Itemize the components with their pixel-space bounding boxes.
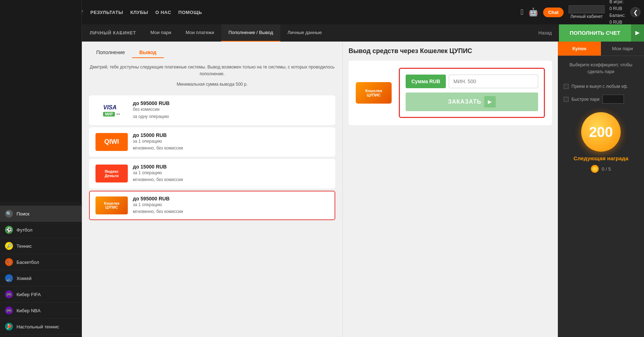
tab-personal-data[interactable]: Личные данные	[280, 24, 329, 42]
search-icon: 🔍	[5, 210, 13, 218]
tab-my-bets[interactable]: Мои пари	[143, 24, 178, 42]
tab-withdraw[interactable]: Вывод	[132, 47, 164, 58]
koshelek-card: КошелекЦУПИС Сумма RUB ЗАКАЗАТЬ ►	[349, 61, 552, 125]
mastercard-text: ●●	[116, 112, 120, 116]
sidebar-item-tennis[interactable]: 🎾 Теннис	[0, 238, 82, 254]
tab-deposit[interactable]: Пополнение	[89, 47, 132, 58]
chat-button[interactable]: Chat	[543, 8, 564, 17]
reward-coin-small-icon: 🪙	[591, 165, 599, 173]
balance-ingame-value: 0 RUB	[610, 5, 625, 12]
nav-arrow-button[interactable]: ❮	[630, 7, 640, 17]
deposit-button[interactable]: ПОПОЛНИТЬ СЧЕТ	[559, 24, 631, 42]
deposit-arrow-icon[interactable]: ►	[631, 24, 644, 42]
withdrawal-sum-row: Сумма RUB	[406, 75, 538, 88]
sidebar-item-cyber-nba[interactable]: 🎮 Кибер NBA	[0, 303, 82, 319]
koshelek-brand-logo: КошелекЦУПИС	[356, 82, 392, 104]
nav-results[interactable]: РЕЗУЛЬТАТЫ	[90, 10, 123, 15]
sidebar-item-cyber-fifa[interactable]: 🎮 Кибер FIFA	[0, 286, 82, 303]
sidebar-item-football[interactable]: ⚽ Футбол	[0, 222, 82, 238]
coupon-check-label-2: Быстрое пари	[571, 97, 599, 102]
coupon-tab-coupon[interactable]: Купон	[558, 42, 601, 56]
order-button[interactable]: ЗАКАЗАТЬ ►	[406, 92, 538, 111]
quick-bet-input[interactable]: 500	[602, 95, 624, 104]
personal-cabinet[interactable]: Личный кабинет	[569, 5, 605, 19]
koshelek-info: до 595000 RUB за 1 операциюмгновенно, бе…	[133, 196, 183, 215]
mir-badge: МИР	[103, 112, 115, 117]
reward-progress-text: 0 / 5	[602, 166, 611, 172]
section-title: ЛИЧНЫЙ КАБИНЕТ	[83, 30, 143, 35]
cyber-fifa-icon: 🎮	[5, 290, 13, 298]
coupon-check-row-2: Быстрое пари 500	[558, 92, 644, 106]
koshelek-limit: до 595000 RUB	[133, 196, 183, 201]
coupon-tab-my-bets[interactable]: Мои пари	[601, 42, 644, 56]
withdrawal-form-container: Сумма RUB ЗАКАЗАТЬ ►	[399, 68, 545, 118]
withdrawal-form-box: Сумма RUB ЗАКАЗАТЬ ►	[399, 68, 545, 118]
withdrawal-title: Вывод средств через Кошелек ЦУПИС	[349, 47, 552, 55]
tennis-icon: 🎾	[5, 242, 13, 250]
payment-tabs: Пополнение Вывод	[89, 47, 335, 58]
coupon-check-row-1: Прием и выкуп с любым кф.	[558, 81, 644, 92]
visa-mir-logo: VISA МИР ●●	[95, 101, 128, 119]
order-arrow-icon: ►	[484, 96, 496, 108]
balance-label: Баланс:	[610, 12, 625, 19]
sidebar-item-table-tennis[interactable]: 🏓 Настольный теннис	[0, 319, 82, 335]
sidebar-item-hockey[interactable]: 🏒 Хоккей	[0, 270, 82, 286]
payment-methods-list: VISA МИР ●● до 595000 RUB без комиссииза…	[82, 95, 342, 227]
payment-method-koshelek[interactable]: КошелекЦУПИС до 595000 RUB за 1 операцию…	[89, 191, 335, 220]
back-link[interactable]: Назад	[538, 30, 559, 35]
payment-method-visa-mir[interactable]: VISA МИР ●● до 595000 RUB без комиссииза…	[89, 95, 335, 125]
nav-clubs[interactable]: КЛУБЫ	[130, 10, 148, 15]
reward-progress: 🪙 0 / 5	[591, 165, 611, 173]
reward-coin: 200	[581, 112, 621, 152]
android-icon[interactable]: 🤖	[528, 8, 538, 17]
reward-number: 200	[589, 124, 613, 140]
account-tabs: Мои пари Мои платежи Пополнение / Вывод …	[143, 24, 329, 42]
sum-input[interactable]	[449, 75, 538, 88]
nav-help[interactable]: ПОМОЩЬ	[178, 10, 202, 15]
qiwi-details: за 1 операциюмгновенно, без комиссии	[133, 138, 183, 152]
top-navigation: Winline ● МОЙ СЧЕТ РЕЗУЛЬТАТЫ КЛУБЫ О НА…	[0, 0, 644, 24]
visa-mir-details: без комиссииза одну операцию	[133, 106, 169, 120]
login-input[interactable]	[569, 5, 605, 13]
payment-info-text: Дмитрий, тебе доступны следующие платежн…	[89, 64, 335, 77]
basketball-icon: 🏀	[5, 258, 13, 266]
nav-about[interactable]: О НАС	[155, 10, 171, 15]
cyber-nba-icon: 🎮	[5, 307, 13, 314]
withdrawal-form-panel: Вывод средств через Кошелек ЦУПИС Кошеле…	[342, 42, 558, 337]
visa-text: VISA	[103, 104, 120, 111]
coupon-checkbox-2[interactable]	[564, 97, 569, 102]
visa-mir-limit: до 595000 RUB	[133, 100, 169, 106]
reward-title: Следующая награда	[574, 155, 628, 161]
yandex-text: ЯндексДеньги	[104, 169, 118, 178]
table-tennis-icon: 🏓	[5, 323, 13, 331]
payment-panel: Пополнение Вывод Дмитрий, тебе доступны …	[82, 42, 342, 337]
main-content: Пополнение Вывод Дмитрий, тебе доступны …	[82, 42, 558, 337]
tab-deposit-withdraw[interactable]: Пополнение / Вывод	[221, 24, 280, 42]
payment-method-yandex[interactable]: ЯндексДеньги до 15000 RUB за 1 операциюм…	[89, 159, 335, 188]
payment-method-qiwi[interactable]: QIWI до 15000 RUB за 1 операциюмгновенно…	[89, 127, 335, 157]
koshelek-logo: КошелекЦУПИС	[95, 196, 128, 214]
order-btn-text: ЗАКАЗАТЬ	[448, 99, 481, 105]
football-icon: ⚽	[5, 226, 13, 234]
sidebar-item-basketball[interactable]: 🏀 Баскетбол	[0, 254, 82, 270]
second-navigation: ЛИЧНЫЙ КАБИНЕТ Мои пари Мои платежи Попо…	[0, 24, 644, 42]
tab-my-payments[interactable]: Мои платежи	[178, 24, 221, 42]
yandex-details: за 1 операциюмгновенно, без комиссии	[133, 170, 183, 183]
sidebar-item-search[interactable]: 🔍 Поиск	[0, 206, 82, 222]
balance-ingame-label: В игре:	[610, 0, 625, 5]
coupon-check-label-1: Прием и выкуп с любым кф.	[571, 84, 628, 89]
koshelek-brand-text: КошелекЦУПИС	[365, 89, 382, 97]
yandex-limit: до 15000 RUB	[133, 164, 183, 170]
min-sum-text: Минимальная сумма вывода 500 р.	[89, 82, 335, 87]
visa-mir-info: до 595000 RUB без комиссииза одну операц…	[133, 100, 169, 120]
koshelek-details: за 1 операциюмгновенно, без комиссии	[133, 201, 183, 215]
qiwi-limit: до 15000 RUB	[133, 132, 183, 138]
apple-icon[interactable]: 	[521, 8, 523, 17]
koshelek-text: КошелекЦУПИС	[104, 201, 120, 209]
personal-cabinet-label: Личный кабинет	[570, 14, 603, 19]
qiwi-info: до 15000 RUB за 1 операциюмгновенно, без…	[133, 132, 183, 152]
reward-section: 200 Следующая награда 🪙 0 / 5	[558, 106, 644, 179]
coupon-tabs: Купон Мои пари	[558, 42, 644, 56]
balance-info: В игре: 0 RUB Баланс: 0 RUB	[610, 0, 625, 26]
coupon-checkbox-1[interactable]	[564, 84, 569, 89]
